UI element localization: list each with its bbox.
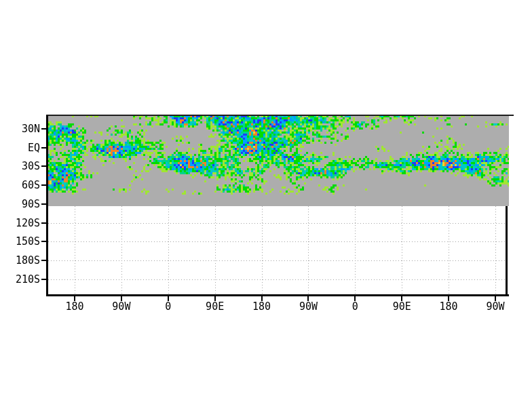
x-axis-tick-label: 180 <box>58 301 91 312</box>
field-canvas <box>48 115 509 206</box>
y-axis-tick-label: EQ <box>5 142 40 153</box>
y-axis-tick-label: 150S <box>5 236 40 247</box>
y-axis-tick-label: 60S <box>5 180 40 191</box>
y-axis-tick <box>41 260 46 261</box>
y-axis-tick <box>41 165 46 167</box>
x-axis-tick-label: 90E <box>199 301 231 312</box>
y-axis-tick <box>41 184 46 186</box>
y-axis-tick-label: 30S <box>5 161 40 172</box>
plot-frame-bottom <box>46 294 509 296</box>
y-axis-tick-label: 30N <box>5 123 40 134</box>
gridlines <box>0 0 532 415</box>
x-axis-tick-label: 90W <box>105 301 138 312</box>
x-axis-tick-label: 90W <box>479 301 512 312</box>
plot-frame-left <box>46 115 48 296</box>
y-axis-tick <box>41 222 46 224</box>
y-axis-tick-label: 120S <box>5 218 40 229</box>
x-axis-tick-label: 0 <box>152 301 185 312</box>
y-axis-tick <box>41 147 46 149</box>
y-axis-tick <box>41 203 46 205</box>
y-axis-tick-label: 210S <box>5 274 40 285</box>
x-axis-tick-label: 180 <box>432 301 465 312</box>
y-axis-tick-label: 180S <box>5 255 40 266</box>
y-axis-tick <box>41 128 46 130</box>
y-axis-tick <box>41 241 46 242</box>
x-axis-tick-label: 180 <box>246 301 278 312</box>
y-axis-tick <box>41 279 46 280</box>
x-axis-tick-label: 90E <box>385 301 418 312</box>
plot-frame-top <box>46 115 514 116</box>
chart: 18090W090E18090W090E18090W 30NEQ30S60S90… <box>0 0 532 415</box>
x-axis-tick-label: 90W <box>292 301 324 312</box>
y-axis-tick-label: 90S <box>5 199 40 210</box>
x-axis-tick-label: 0 <box>339 301 371 312</box>
